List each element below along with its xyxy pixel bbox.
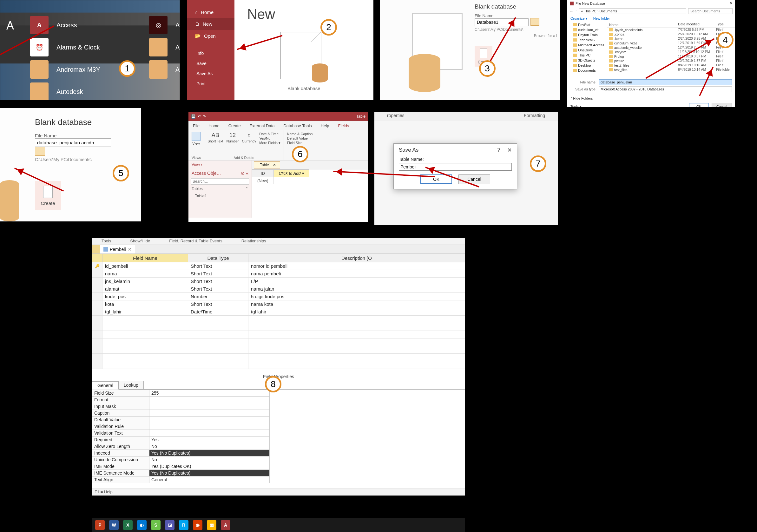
app-label[interactable]: AM <box>175 44 180 51</box>
datetime-button[interactable]: Date & Time <box>259 132 281 136</box>
app-icon[interactable] <box>149 38 167 56</box>
ribbon-tab-file[interactable]: File <box>189 122 204 130</box>
taskbar-app[interactable]: ◐ <box>137 520 147 530</box>
field-row[interactable]: nama Short Text nama pembeli <box>92 270 465 278</box>
col-name[interactable]: Name <box>607 22 678 27</box>
col-type[interactable]: Type <box>716 22 735 27</box>
property-row[interactable]: Allow Zero LengthNo <box>92 443 270 450</box>
ribbon-tab-create[interactable]: Create <box>224 122 245 130</box>
browse-button[interactable] <box>35 147 45 156</box>
file-name-input[interactable] <box>35 138 111 147</box>
property-row[interactable]: Field Size255 <box>92 390 270 397</box>
navigation-pane[interactable]: View ‹ Access Obje…⊙ « Tables⌃ Table1 <box>189 161 252 218</box>
app-icon[interactable] <box>30 60 48 79</box>
nav-search[interactable] <box>191 178 249 185</box>
app-label[interactable]: Ad <box>175 21 180 29</box>
more-fields-button[interactable]: More Fields ▾ <box>259 141 281 145</box>
ribbon-tab-external-data[interactable]: External Data <box>245 122 279 130</box>
save-icon[interactable]: 💾 <box>191 114 196 119</box>
data-type-cell[interactable]: Short Text <box>188 270 248 278</box>
data-type-cell[interactable]: Number <box>188 293 248 300</box>
empty-row[interactable] <box>92 354 465 361</box>
app-label[interactable]: Autodesk <box>56 88 83 96</box>
nav-folder[interactable]: OneDrive <box>567 47 607 53</box>
col-date[interactable]: Date modified <box>678 22 716 27</box>
col-field-name[interactable]: Field Name <box>103 254 188 262</box>
file-name-input[interactable] <box>475 18 529 26</box>
app-icon[interactable]: ⏰ <box>30 38 48 56</box>
app-label[interactable]: Access <box>56 21 77 29</box>
file-menu-home[interactable]: ⌂Home <box>187 6 234 18</box>
record-selector[interactable] <box>92 245 100 253</box>
col-click-to-add[interactable]: Click to Add ▾ <box>273 170 309 177</box>
property-row[interactable]: Text AlignGeneral <box>92 477 270 483</box>
app-label[interactable]: Andromax M3Y <box>56 66 100 73</box>
taskbar-app[interactable]: A <box>221 520 230 530</box>
description-cell[interactable]: nama pembeli <box>248 270 465 278</box>
taskbar-app[interactable]: ▦ <box>207 520 216 530</box>
nav-section-tables[interactable]: Tables <box>192 187 203 191</box>
description-cell[interactable]: nomor id pembeli <box>248 262 465 270</box>
taskbar-app[interactable]: ◉ <box>193 520 202 530</box>
view-button[interactable]: View <box>192 132 200 155</box>
file-row[interactable]: .conda2/24/2020 10:12 AMFile f <box>607 32 735 37</box>
field-name-cell[interactable]: tgl_lahir <box>103 308 188 316</box>
nav-folder[interactable]: Technical › <box>567 38 607 43</box>
field-row[interactable]: id_pembeli Short Text nomor id pembeli <box>92 262 465 270</box>
taskbar-app[interactable]: ◪ <box>165 520 174 530</box>
folder-nav[interactable]: EnvStatcuriculum_vitPhyton TrainTechnica… <box>567 22 607 76</box>
field-name-cell[interactable]: id_pembeli <box>103 262 188 270</box>
search-input[interactable] <box>688 8 733 14</box>
col-description[interactable]: Description (O <box>248 254 465 262</box>
field-name-cell[interactable]: nama <box>103 270 188 278</box>
description-cell[interactable]: nama kota <box>248 300 465 308</box>
close-tab-icon[interactable]: ✕ <box>128 247 132 252</box>
taskbar[interactable]: PWX◐S◪R◉▦A <box>92 518 465 532</box>
ok-button[interactable]: OK <box>689 103 709 107</box>
file-row[interactable]: .ipynb_checkpoints7/7/2020 5:39 PMFile f <box>607 28 735 32</box>
redo-icon[interactable]: ↷ <box>203 114 206 119</box>
create-button[interactable]: Create <box>35 181 61 210</box>
app-icon[interactable]: ◎ <box>149 16 167 34</box>
field-name-cell[interactable]: jns_kelamin <box>103 278 188 285</box>
nav-folder[interactable]: Microsoft Access <box>567 43 607 47</box>
col-data-type[interactable]: Data Type <box>188 254 248 262</box>
tab-general[interactable]: General <box>92 381 119 390</box>
cancel-button[interactable]: Cancel <box>458 174 490 184</box>
file-row[interactable]: Prolog11/6/2019 3:37 PMFile f <box>607 54 735 59</box>
empty-row[interactable] <box>92 346 465 354</box>
file-menu-new[interactable]: 🗋New <box>187 18 234 30</box>
property-row[interactable]: Format <box>92 397 270 403</box>
property-row[interactable]: IME ModeYes (Duplicates OK) <box>92 463 270 470</box>
app-icon[interactable]: A <box>30 16 48 34</box>
app-label[interactable]: Alarms & Clock <box>56 44 100 51</box>
cancel-button[interactable]: Cancel <box>712 103 732 107</box>
ribbon-tab-home[interactable]: Home <box>204 122 224 130</box>
row-selector[interactable] <box>92 300 103 308</box>
file-menu-save[interactable]: Save <box>187 58 234 69</box>
browse-button[interactable] <box>530 18 539 26</box>
close-icon[interactable]: ✕ <box>507 147 512 154</box>
property-row[interactable]: Unicode CompressionNo <box>92 457 270 463</box>
property-row[interactable]: IME Sentence ModeYes (No Duplicates) <box>92 470 270 477</box>
yesno-button[interactable]: Yes/No <box>259 136 281 140</box>
empty-row[interactable] <box>92 323 465 331</box>
ribbon-tab-help[interactable]: Help <box>316 122 334 130</box>
row-selector[interactable] <box>92 285 103 293</box>
nav-folder[interactable]: Documents <box>567 68 607 73</box>
field-name-cell[interactable]: kode_pos <box>103 293 188 300</box>
nav-folder[interactable]: curiculum_vit <box>567 27 607 32</box>
nav-item-table1[interactable]: Table1 <box>189 192 252 199</box>
app-icon[interactable] <box>30 82 48 100</box>
hide-folders-button[interactable]: ^ Hide Folders <box>567 95 735 102</box>
new-folder-button[interactable]: New folder <box>593 16 610 21</box>
tab-lookup[interactable]: Lookup <box>118 381 144 389</box>
nav-folder[interactable]: This PC <box>567 53 607 58</box>
nav-folder[interactable]: 3D Objects <box>567 58 607 63</box>
row-selector[interactable] <box>92 270 103 278</box>
ribbon-tab-fields[interactable]: Fields <box>334 122 354 130</box>
file-row[interactable]: academic_website12/4/2019 2:07 AMFile f <box>607 45 735 50</box>
short-text-button[interactable]: ABShort Text <box>207 132 223 155</box>
row-selector[interactable] <box>92 262 103 270</box>
field-name-cell[interactable]: kota <box>103 300 188 308</box>
